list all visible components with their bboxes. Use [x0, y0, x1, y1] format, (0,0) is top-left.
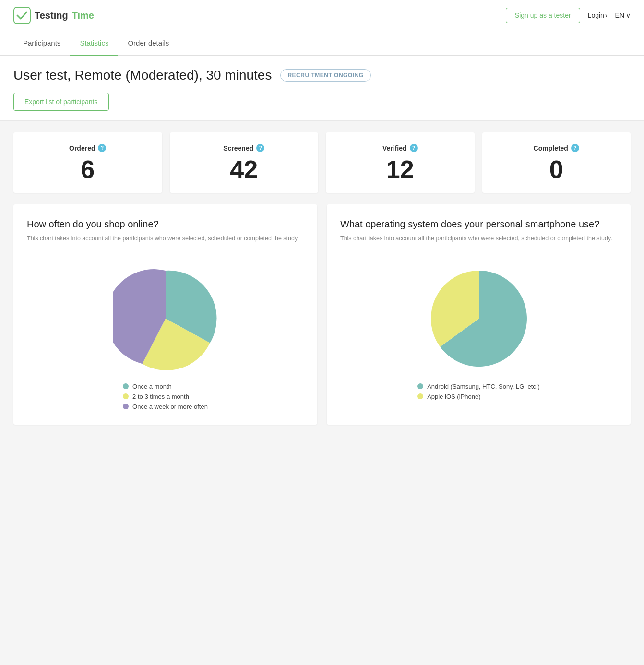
verified-help-icon[interactable]: ? — [410, 144, 418, 152]
chart-card-os: What operating system does your personal… — [327, 204, 631, 425]
stat-value-verified: 12 — [335, 156, 465, 183]
charts-grid: How often do you shop online? This chart… — [13, 204, 631, 425]
lang-chevron-icon: ∨ — [626, 12, 631, 19]
status-badge: RECRUITMENT ONGOING — [280, 69, 370, 82]
chart-area-os: Android (Samsung, HTC, Sony, LG, etc.) A… — [340, 261, 617, 403]
stat-card-screened: Screened ? 42 — [170, 132, 319, 193]
pie-chart-os — [426, 266, 532, 371]
stat-value-ordered: 6 — [23, 156, 153, 183]
page-title-row: User test, Remote (Moderated), 30 minute… — [13, 68, 631, 83]
chart-subtitle-shopping: This chart takes into account all the pa… — [27, 234, 304, 243]
logo: TestingTime — [13, 7, 94, 24]
legend-dot-once-week — [123, 404, 129, 409]
tab-order-details[interactable]: Order details — [118, 31, 179, 56]
legend-os: Android (Samsung, HTC, Sony, LG, etc.) A… — [417, 383, 540, 403]
chart-area-shopping: Once a month 2 to 3 times a month Once a… — [27, 261, 304, 413]
chart-title-shopping: How often do you shop online? — [27, 218, 304, 230]
chart-divider-os — [340, 251, 617, 251]
legend-dot-once-month — [123, 383, 129, 389]
stat-card-verified: Verified ? 12 — [326, 132, 475, 193]
logo-icon — [13, 7, 31, 24]
svg-rect-0 — [14, 7, 30, 24]
export-button[interactable]: Export list of participants — [13, 93, 109, 111]
logo-time-text: Time — [72, 10, 94, 21]
stats-section: Ordered ? 6 Screened ? 42 Verified ? 12 … — [0, 121, 644, 436]
chart-title-os: What operating system does your personal… — [340, 218, 617, 230]
legend-shopping: Once a month 2 to 3 times a month Once a… — [123, 383, 208, 413]
nav-tabs: Participants Statistics Order details — [0, 31, 644, 56]
stat-card-ordered: Ordered ? 6 — [13, 132, 162, 193]
stats-grid: Ordered ? 6 Screened ? 42 Verified ? 12 … — [13, 132, 631, 193]
legend-dot-android — [417, 383, 423, 389]
ordered-help-icon[interactable]: ? — [98, 144, 106, 152]
chart-subtitle-os: This chart takes into account all the pa… — [340, 234, 617, 243]
tab-statistics[interactable]: Statistics — [70, 31, 118, 56]
stat-label-completed: Completed ? — [492, 144, 621, 152]
login-chevron-icon: › — [605, 12, 608, 19]
stat-value-completed: 0 — [492, 156, 621, 183]
legend-dot-2-3-month — [123, 393, 129, 399]
login-link[interactable]: Login › — [588, 12, 608, 19]
legend-item-android: Android (Samsung, HTC, Sony, LG, etc.) — [417, 383, 540, 390]
header-right: Sign up as a tester Login › EN ∨ — [506, 8, 631, 23]
legend-item-once-month: Once a month — [123, 383, 208, 390]
legend-item-once-week: Once a week or more often — [123, 403, 208, 410]
pie-chart-shopping — [113, 266, 218, 371]
screened-help-icon[interactable]: ? — [256, 144, 264, 152]
legend-dot-ios — [417, 393, 423, 399]
legend-item-ios: Apple iOS (iPhone) — [417, 393, 540, 400]
tab-participants[interactable]: Participants — [13, 31, 70, 56]
legend-item-2-3-month: 2 to 3 times a month — [123, 393, 208, 400]
signup-button[interactable]: Sign up as a tester — [506, 8, 580, 23]
page-header: User test, Remote (Moderated), 30 minute… — [0, 56, 644, 121]
stat-label-ordered: Ordered ? — [23, 144, 153, 152]
stat-value-screened: 42 — [179, 156, 309, 183]
chart-card-shopping: How often do you shop online? This chart… — [13, 204, 317, 425]
language-selector[interactable]: EN ∨ — [615, 12, 631, 19]
header: TestingTime Sign up as a tester Login › … — [0, 0, 644, 31]
completed-help-icon[interactable]: ? — [571, 144, 579, 152]
page-title: User test, Remote (Moderated), 30 minute… — [13, 68, 272, 83]
chart-divider-shopping — [27, 251, 304, 251]
stat-label-screened: Screened ? — [179, 144, 309, 152]
stat-label-verified: Verified ? — [335, 144, 465, 152]
logo-testing-text: Testing — [35, 10, 68, 21]
stat-card-completed: Completed ? 0 — [482, 132, 631, 193]
